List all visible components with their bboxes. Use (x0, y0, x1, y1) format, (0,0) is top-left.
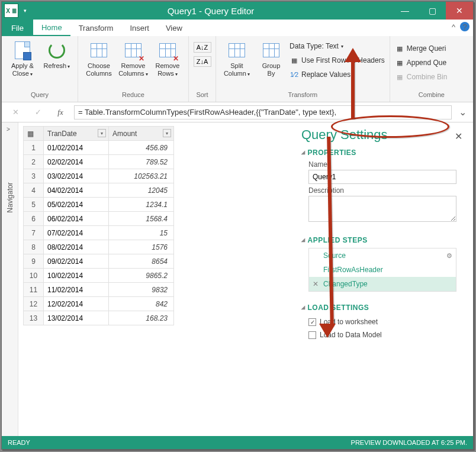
cell-trandate[interactable]: 12/02/2014 (44, 297, 109, 311)
applied-step[interactable]: Source ⚙ (309, 248, 456, 263)
choose-columns-button[interactable]: Choose Columns (83, 38, 115, 78)
cell-trandate[interactable]: 06/02/2014 (44, 212, 109, 226)
table-row[interactable]: 5 05/02/2014 1234.1 (24, 198, 174, 212)
cell-trandate[interactable]: 08/02/2014 (44, 240, 109, 254)
row-number[interactable]: 11 (24, 283, 44, 297)
row-number[interactable]: 9 (24, 254, 44, 269)
cell-amount[interactable]: 8654 (109, 254, 174, 269)
combine-binaries-button[interactable]: ▦Combine Bin (395, 70, 448, 83)
properties-section-header[interactable]: PROPERTIES (301, 148, 464, 157)
cell-amount[interactable]: 9832 (109, 283, 174, 297)
use-first-row-headers-button[interactable]: ▦Use First Row As Headers (290, 54, 385, 67)
row-number[interactable]: 4 (24, 183, 44, 198)
applied-step[interactable]: FirstRowAsHeader (309, 263, 456, 277)
cell-trandate[interactable]: 02/02/2014 (44, 155, 109, 169)
append-queries-button[interactable]: ▦Append Que (395, 56, 448, 69)
row-number[interactable]: 1 (24, 141, 44, 155)
filter-icon[interactable]: ▾ (98, 129, 106, 137)
table-row[interactable]: 3 03/02/2014 102563.21 (24, 169, 174, 183)
delete-step-icon[interactable]: ✕ (313, 280, 321, 288)
table-row[interactable]: 9 09/02/2014 8654 (24, 254, 174, 269)
row-number[interactable]: 7 (24, 226, 44, 240)
cell-amount[interactable]: 1576 (109, 240, 174, 254)
load-to-worksheet-checkbox[interactable]: ✓ Load to worksheet (308, 315, 464, 328)
cell-amount[interactable]: 168.23 (109, 311, 174, 325)
refresh-button[interactable]: Refresh (41, 38, 73, 70)
close-settings-button[interactable]: ✕ (455, 131, 462, 142)
remove-columns-button[interactable]: ✕ Remove Columns (117, 38, 149, 78)
maximize-button[interactable]: ▢ (419, 2, 446, 20)
cell-trandate[interactable]: 01/02/2014 (44, 141, 109, 155)
column-header-trandate[interactable]: TranDate ▾ (44, 127, 109, 141)
cell-amount[interactable]: 102563.21 (109, 169, 174, 183)
cell-amount[interactable]: 9865.2 (109, 269, 174, 283)
navigator-expand-icon[interactable]: > (7, 126, 10, 133)
merge-queries-button[interactable]: ▦Merge Queri (395, 42, 448, 55)
row-number[interactable]: 3 (24, 169, 44, 183)
fx-icon[interactable]: fx (52, 106, 69, 119)
formula-cancel-button[interactable]: ✕ (7, 106, 24, 119)
cell-trandate[interactable]: 07/02/2014 (44, 226, 109, 240)
cell-trandate[interactable]: 10/02/2014 (44, 269, 109, 283)
navigator-panel-collapsed[interactable]: > Navigator (2, 122, 18, 436)
formula-input[interactable] (74, 105, 452, 120)
formula-expand-button[interactable]: ⌄ (456, 106, 468, 118)
data-type-dropdown[interactable]: Data Type: Text▾ (290, 40, 385, 53)
table-row[interactable]: 4 04/02/2014 12045 (24, 183, 174, 198)
collapse-ribbon-button[interactable]: ^ (452, 22, 455, 31)
cell-trandate[interactable]: 13/02/2014 (44, 311, 109, 325)
load-settings-section-header[interactable]: LOAD SETTINGS (301, 304, 464, 312)
row-number[interactable]: 8 (24, 240, 44, 254)
cell-amount[interactable]: 1234.1 (109, 198, 174, 212)
file-tab[interactable]: File (2, 20, 33, 36)
row-number[interactable]: 12 (24, 297, 44, 311)
replace-values-button[interactable]: 1⁄2Replace Values (290, 68, 385, 81)
cell-amount[interactable]: 12045 (109, 183, 174, 198)
cell-trandate[interactable]: 09/02/2014 (44, 254, 109, 269)
table-row[interactable]: 8 08/02/2014 1576 (24, 240, 174, 254)
sort-desc-button[interactable]: Z↓A (194, 56, 211, 67)
column-header-amount[interactable]: Amount ▾ (109, 127, 174, 141)
row-number[interactable]: 6 (24, 212, 44, 226)
split-column-button[interactable]: Split Column (221, 38, 253, 78)
tab-home[interactable]: Home (33, 20, 70, 36)
cell-amount[interactable]: 842 (109, 297, 174, 311)
tab-transform[interactable]: Transform (70, 20, 122, 36)
sort-asc-button[interactable]: A↓Z (194, 42, 211, 53)
filter-icon[interactable]: ▾ (163, 129, 171, 137)
cell-trandate[interactable]: 04/02/2014 (44, 183, 109, 198)
query-name-input[interactable] (308, 170, 456, 184)
table-row[interactable]: 12 12/02/2014 842 (24, 297, 174, 311)
applied-step[interactable]: ✕ ChangedType (309, 277, 456, 291)
apply-and-close-button[interactable]: Apply & Close (7, 38, 38, 78)
table-row[interactable]: 10 10/02/2014 9865.2 (24, 269, 174, 283)
table-row[interactable]: 1 01/02/2014 456.89 (24, 141, 174, 155)
tab-insert[interactable]: Insert (121, 20, 157, 36)
cell-trandate[interactable]: 11/02/2014 (44, 283, 109, 297)
cell-amount[interactable]: 15 (109, 226, 174, 240)
table-row[interactable]: 11 11/02/2014 9832 (24, 283, 174, 297)
cell-trandate[interactable]: 03/02/2014 (44, 169, 109, 183)
cell-amount[interactable]: 789.52 (109, 155, 174, 169)
table-row[interactable]: 6 06/02/2014 1568.4 (24, 212, 174, 226)
table-row[interactable]: 13 13/02/2014 168.23 (24, 311, 174, 325)
load-to-data-model-checkbox[interactable]: Load to Data Model (308, 328, 464, 341)
gear-icon[interactable]: ⚙ (446, 252, 452, 260)
applied-steps-section-header[interactable]: APPLIED STEPS (301, 236, 464, 244)
row-number[interactable]: 13 (24, 311, 44, 325)
row-number[interactable]: 5 (24, 198, 44, 212)
query-description-input[interactable] (308, 196, 456, 222)
remove-rows-button[interactable]: ✕ Remove Rows (152, 38, 184, 78)
cell-amount[interactable]: 1568.4 (109, 212, 174, 226)
quick-access-dropdown[interactable]: ▾ (21, 5, 29, 17)
table-row[interactable]: 2 02/02/2014 789.52 (24, 155, 174, 169)
formula-accept-button[interactable]: ✓ (29, 106, 47, 119)
minimize-button[interactable]: — (391, 2, 419, 20)
help-icon[interactable]: ? (460, 22, 469, 31)
grid-corner-cell[interactable]: ▦ (24, 127, 44, 141)
cell-trandate[interactable]: 05/02/2014 (44, 198, 109, 212)
row-number[interactable]: 10 (24, 269, 44, 283)
table-row[interactable]: 7 07/02/2014 15 (24, 226, 174, 240)
close-window-button[interactable]: ✕ (446, 2, 473, 20)
cell-amount[interactable]: 456.89 (109, 141, 174, 155)
